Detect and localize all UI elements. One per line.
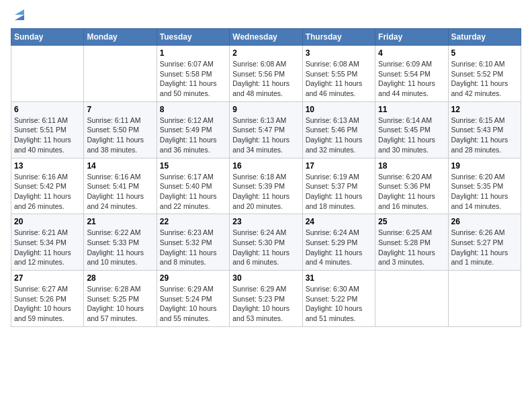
day-number: 30 xyxy=(232,273,299,283)
calendar-cell xyxy=(448,271,521,327)
day-number: 8 xyxy=(160,105,226,114)
day-detail: Sunrise: 6:16 AM Sunset: 5:41 PM Dayligh… xyxy=(87,172,153,212)
calendar-week-row: 6Sunrise: 6:11 AM Sunset: 5:51 PM Daylig… xyxy=(11,101,521,158)
day-detail: Sunrise: 6:17 AM Sunset: 5:40 PM Dayligh… xyxy=(160,172,226,212)
calendar-cell: 23Sunrise: 6:24 AM Sunset: 5:30 PM Dayli… xyxy=(230,214,302,271)
day-detail: Sunrise: 6:13 AM Sunset: 5:47 PM Dayligh… xyxy=(232,116,299,155)
day-number: 11 xyxy=(378,105,445,114)
day-number: 1 xyxy=(160,48,226,58)
calendar-cell: 6Sunrise: 6:11 AM Sunset: 5:51 PM Daylig… xyxy=(11,101,84,158)
day-number: 24 xyxy=(306,217,372,226)
day-number: 7 xyxy=(87,105,153,114)
day-detail: Sunrise: 6:14 AM Sunset: 5:45 PM Dayligh… xyxy=(378,116,445,155)
calendar-cell: 30Sunrise: 6:29 AM Sunset: 5:23 PM Dayli… xyxy=(230,271,302,327)
day-detail: Sunrise: 6:20 AM Sunset: 5:35 PM Dayligh… xyxy=(451,172,518,212)
weekday-header-saturday: Saturday xyxy=(448,29,521,46)
day-detail: Sunrise: 6:20 AM Sunset: 5:36 PM Dayligh… xyxy=(378,172,445,212)
day-detail: Sunrise: 6:27 AM Sunset: 5:26 PM Dayligh… xyxy=(14,284,81,324)
day-detail: Sunrise: 6:21 AM Sunset: 5:34 PM Dayligh… xyxy=(14,228,81,267)
day-number: 6 xyxy=(14,105,81,114)
day-detail: Sunrise: 6:19 AM Sunset: 5:37 PM Dayligh… xyxy=(306,172,372,212)
day-number: 23 xyxy=(232,217,299,226)
day-detail: Sunrise: 6:07 AM Sunset: 5:58 PM Dayligh… xyxy=(160,59,226,99)
day-detail: Sunrise: 6:30 AM Sunset: 5:22 PM Dayligh… xyxy=(306,284,372,324)
calendar-cell: 27Sunrise: 6:27 AM Sunset: 5:26 PM Dayli… xyxy=(11,271,84,327)
calendar-cell: 11Sunrise: 6:14 AM Sunset: 5:45 PM Dayli… xyxy=(375,101,448,158)
day-number: 12 xyxy=(451,105,518,114)
day-number: 21 xyxy=(87,217,153,226)
calendar-table: SundayMondayTuesdayWednesdayThursdayFrid… xyxy=(11,28,521,327)
day-detail: Sunrise: 6:28 AM Sunset: 5:25 PM Dayligh… xyxy=(87,284,153,324)
calendar-cell xyxy=(375,271,448,327)
calendar-cell: 28Sunrise: 6:28 AM Sunset: 5:25 PM Dayli… xyxy=(84,271,157,327)
day-number: 2 xyxy=(232,48,299,58)
calendar-cell: 15Sunrise: 6:17 AM Sunset: 5:40 PM Dayli… xyxy=(157,158,229,214)
day-detail: Sunrise: 6:23 AM Sunset: 5:32 PM Dayligh… xyxy=(160,228,226,267)
day-number: 4 xyxy=(378,48,445,58)
day-number: 27 xyxy=(14,273,81,283)
calendar-cell: 24Sunrise: 6:24 AM Sunset: 5:29 PM Dayli… xyxy=(302,214,375,271)
weekday-header-row: SundayMondayTuesdayWednesdayThursdayFrid… xyxy=(11,29,521,46)
day-number: 29 xyxy=(160,273,226,283)
day-detail: Sunrise: 6:25 AM Sunset: 5:28 PM Dayligh… xyxy=(378,228,445,267)
day-number: 5 xyxy=(451,48,518,58)
day-number: 22 xyxy=(160,217,226,226)
day-detail: Sunrise: 6:10 AM Sunset: 5:52 PM Dayligh… xyxy=(451,59,518,99)
day-number: 10 xyxy=(306,105,372,114)
day-detail: Sunrise: 6:26 AM Sunset: 5:27 PM Dayligh… xyxy=(451,228,518,267)
day-detail: Sunrise: 6:18 AM Sunset: 5:39 PM Dayligh… xyxy=(232,172,299,212)
calendar-cell xyxy=(11,46,84,102)
calendar-cell: 31Sunrise: 6:30 AM Sunset: 5:22 PM Dayli… xyxy=(302,271,375,327)
day-number: 15 xyxy=(160,161,226,171)
day-detail: Sunrise: 6:29 AM Sunset: 5:24 PM Dayligh… xyxy=(160,284,226,324)
weekday-header-friday: Friday xyxy=(375,29,448,46)
calendar-cell: 19Sunrise: 6:20 AM Sunset: 5:35 PM Dayli… xyxy=(448,158,521,214)
day-number: 19 xyxy=(451,161,518,171)
calendar-cell: 14Sunrise: 6:16 AM Sunset: 5:41 PM Dayli… xyxy=(84,158,157,214)
calendar-cell: 1Sunrise: 6:07 AM Sunset: 5:58 PM Daylig… xyxy=(157,46,229,102)
day-detail: Sunrise: 6:13 AM Sunset: 5:46 PM Dayligh… xyxy=(306,116,372,155)
calendar-cell: 18Sunrise: 6:20 AM Sunset: 5:36 PM Dayli… xyxy=(375,158,448,214)
calendar-cell: 13Sunrise: 6:16 AM Sunset: 5:42 PM Dayli… xyxy=(11,158,84,214)
day-detail: Sunrise: 6:08 AM Sunset: 5:56 PM Dayligh… xyxy=(232,59,299,99)
calendar-cell: 21Sunrise: 6:22 AM Sunset: 5:33 PM Dayli… xyxy=(84,214,157,271)
day-number: 28 xyxy=(87,273,153,283)
calendar-cell: 22Sunrise: 6:23 AM Sunset: 5:32 PM Dayli… xyxy=(157,214,229,271)
calendar-cell: 2Sunrise: 6:08 AM Sunset: 5:56 PM Daylig… xyxy=(230,46,302,102)
day-number: 18 xyxy=(378,161,445,171)
calendar-cell xyxy=(84,46,157,102)
calendar-cell: 9Sunrise: 6:13 AM Sunset: 5:47 PM Daylig… xyxy=(230,101,302,158)
calendar-cell: 26Sunrise: 6:26 AM Sunset: 5:27 PM Dayli… xyxy=(448,214,521,271)
calendar-cell: 3Sunrise: 6:08 AM Sunset: 5:55 PM Daylig… xyxy=(302,46,375,102)
day-detail: Sunrise: 6:16 AM Sunset: 5:42 PM Dayligh… xyxy=(14,172,81,212)
day-detail: Sunrise: 6:12 AM Sunset: 5:49 PM Dayligh… xyxy=(160,116,226,155)
weekday-header-wednesday: Wednesday xyxy=(230,29,302,46)
calendar-cell: 17Sunrise: 6:19 AM Sunset: 5:37 PM Dayli… xyxy=(302,158,375,214)
day-detail: Sunrise: 6:09 AM Sunset: 5:54 PM Dayligh… xyxy=(378,59,445,99)
day-number: 31 xyxy=(306,273,372,283)
day-number: 9 xyxy=(232,105,299,114)
day-number: 3 xyxy=(306,48,372,58)
weekday-header-monday: Monday xyxy=(84,29,157,46)
day-detail: Sunrise: 6:08 AM Sunset: 5:55 PM Dayligh… xyxy=(306,59,372,99)
logo-icon xyxy=(12,8,27,23)
calendar-cell: 25Sunrise: 6:25 AM Sunset: 5:28 PM Dayli… xyxy=(375,214,448,271)
day-detail: Sunrise: 6:15 AM Sunset: 5:43 PM Dayligh… xyxy=(451,116,518,155)
calendar-cell: 7Sunrise: 6:11 AM Sunset: 5:50 PM Daylig… xyxy=(84,101,157,158)
weekday-header-tuesday: Tuesday xyxy=(157,29,229,46)
day-detail: Sunrise: 6:11 AM Sunset: 5:51 PM Dayligh… xyxy=(14,116,81,155)
calendar-cell: 5Sunrise: 6:10 AM Sunset: 5:52 PM Daylig… xyxy=(448,46,521,102)
calendar-cell: 12Sunrise: 6:15 AM Sunset: 5:43 PM Dayli… xyxy=(448,101,521,158)
day-detail: Sunrise: 6:22 AM Sunset: 5:33 PM Dayligh… xyxy=(87,228,153,267)
calendar-week-row: 27Sunrise: 6:27 AM Sunset: 5:26 PM Dayli… xyxy=(11,271,521,327)
calendar-week-row: 20Sunrise: 6:21 AM Sunset: 5:34 PM Dayli… xyxy=(11,214,521,271)
day-number: 16 xyxy=(232,161,299,171)
calendar-week-row: 13Sunrise: 6:16 AM Sunset: 5:42 PM Dayli… xyxy=(11,158,521,214)
weekday-header-sunday: Sunday xyxy=(11,29,84,46)
calendar-cell: 4Sunrise: 6:09 AM Sunset: 5:54 PM Daylig… xyxy=(375,46,448,102)
day-number: 14 xyxy=(87,161,153,171)
svg-marker-0 xyxy=(15,15,24,20)
day-detail: Sunrise: 6:24 AM Sunset: 5:29 PM Dayligh… xyxy=(306,228,372,267)
day-number: 17 xyxy=(306,161,372,171)
calendar-cell: 8Sunrise: 6:12 AM Sunset: 5:49 PM Daylig… xyxy=(157,101,229,158)
